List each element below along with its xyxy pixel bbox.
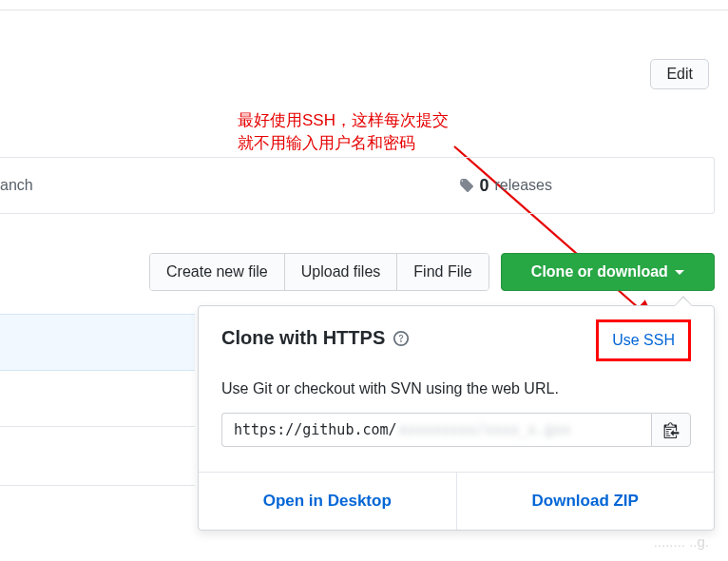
- clone-url-blurred: xxxxxxxxx/xxxx_x.gxx: [399, 421, 571, 438]
- releases-label: releases: [495, 177, 552, 194]
- dropdown-tail: [674, 296, 693, 306]
- tag-icon: [458, 178, 474, 194]
- annotation-line-1: 最好使用SSH，这样每次提交: [238, 111, 449, 129]
- open-in-desktop-button[interactable]: Open in Desktop: [199, 473, 457, 530]
- edit-button[interactable]: Edit: [650, 59, 709, 89]
- caret-down-icon: [675, 270, 684, 275]
- download-zip-button[interactable]: Download ZIP: [457, 473, 715, 530]
- clone-download-button[interactable]: Clone or download: [501, 253, 715, 291]
- file-button-group: Create new file Upload files Find File: [149, 253, 489, 291]
- releases-link[interactable]: 0 releases: [458, 176, 553, 196]
- help-icon: [393, 330, 410, 347]
- clone-url-row: https://github.com/xxxxxxxxx/xxxx_x.gxx: [199, 413, 714, 472]
- clone-footer: Open in Desktop Download ZIP: [199, 472, 714, 530]
- annotation-line-2: 就不用输入用户名和密码: [238, 134, 415, 152]
- file-divider-1: [0, 426, 195, 427]
- file-actions-toolbar: Create new file Upload files Find File C…: [149, 253, 715, 291]
- clone-title: Clone with HTTPS: [221, 327, 410, 349]
- copy-url-button[interactable]: [651, 413, 691, 447]
- upload-files-button[interactable]: Upload files: [285, 254, 398, 290]
- clone-header: Clone with HTTPS Use SSH: [199, 306, 714, 380]
- use-ssh-button[interactable]: Use SSH: [596, 319, 691, 361]
- annotation-text: 最好使用SSH，这样每次提交 就不用输入用户名和密码: [238, 109, 449, 155]
- clone-dropdown: Clone with HTTPS Use SSH Use Git or chec…: [198, 305, 715, 531]
- repo-info-bar: anch 0 releases: [0, 157, 715, 214]
- clone-url-input[interactable]: https://github.com/xxxxxxxxx/xxxx_x.gxx: [221, 413, 651, 447]
- find-file-button[interactable]: Find File: [397, 254, 488, 290]
- clipboard-icon: [663, 421, 680, 438]
- releases-count: 0: [480, 176, 489, 196]
- clone-description: Use Git or checkout with SVN using the w…: [199, 380, 714, 413]
- commit-summary-row: [0, 314, 195, 371]
- timestamp-fragment: ........ ..g.: [654, 533, 709, 550]
- file-divider-2: [0, 485, 195, 486]
- create-new-file-button[interactable]: Create new file: [150, 254, 285, 290]
- branches-fragment: anch: [0, 177, 49, 194]
- page-top-divider: [0, 10, 728, 10]
- clone-download-label: Clone or download: [531, 263, 668, 280]
